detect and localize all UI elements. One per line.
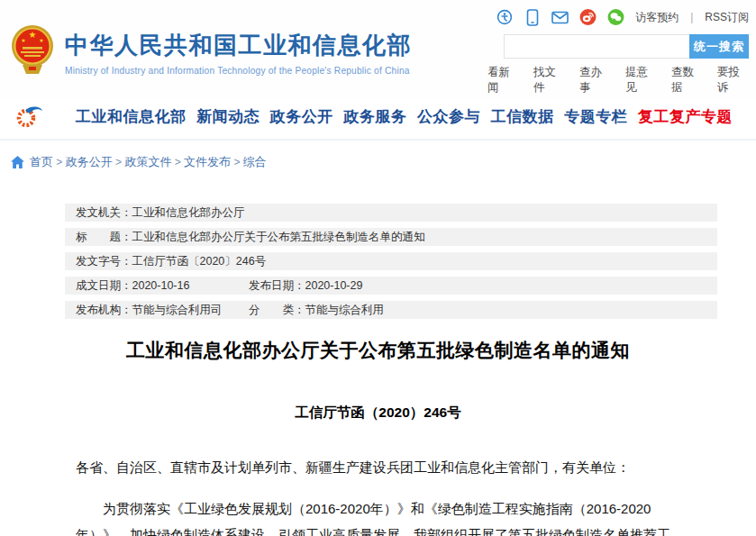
meta-cell: 发布日期：2020-10-29: [249, 277, 362, 295]
nav-item-participation[interactable]: 公众参与: [417, 106, 480, 127]
national-emblem-icon: ★ ★ ★: [9, 23, 56, 80]
breadcrumb-file-release[interactable]: 文件发布: [184, 155, 231, 168]
meta-cell: 发文字号：工信厅节函〔2020〕246号: [76, 252, 266, 270]
meta-value: 工信厅节函〔2020〕246号: [132, 252, 267, 270]
meta-value: 工业和信息化部办公厅: [132, 204, 245, 222]
paragraph-text: 为贯彻落实《工业绿色发展规划（2016-2020年）》和《绿色制造工程实施指南（…: [76, 501, 684, 536]
nav-items: 工业和信息化部新闻动态政务公开政务服务公众参与工信数据专题专栏复工复产专题: [45, 106, 733, 127]
document-meta-table: 发文机关：工业和信息化部办公厅标 题：工业和信息化部办公厅关于公布第五批绿色制造…: [65, 204, 717, 319]
meta-label: 分 类：: [249, 301, 305, 319]
article-title: 工业和信息化部办公厅关于公布第五批绿色制造名单的通知: [0, 338, 756, 363]
search-input[interactable]: [504, 34, 689, 59]
breadcrumb-separator: >: [53, 156, 66, 168]
svg-text:★: ★: [21, 38, 25, 43]
header-links-divider: |: [690, 11, 693, 23]
meta-value: 节能与综合利用: [305, 301, 385, 319]
nav-item-resume-work[interactable]: 复工复产专题: [638, 106, 733, 127]
meta-cell: 标 题：工业和信息化部办公厅关于公布第五批绿色制造名单的通知: [76, 228, 425, 246]
meta-cell: 分 类：节能与综合利用: [249, 301, 384, 319]
header-tools: 访客预约 | RSS订阅 统一搜索 看新闻找文件查办事提意见查数据要投诉: [487, 6, 749, 95]
breadcrumb-policy-files[interactable]: 政策文件: [124, 155, 171, 168]
meta-row: 标 题：工业和信息化部办公厅关于公布第五批绿色制造名单的通知: [65, 228, 717, 246]
meta-value: 2020-10-16: [132, 277, 190, 295]
quick-link-news[interactable]: 看新闻: [487, 65, 519, 95]
meta-label: 标 题：: [76, 228, 132, 246]
meta-row: 发文机关：工业和信息化部办公厅: [65, 204, 717, 222]
search-button[interactable]: 统一搜索: [689, 34, 749, 59]
article-salutation: 各省、自治区、直辖市及计划单列市、新疆生产建设兵团工业和信息化主管部门，有关单位…: [76, 454, 693, 480]
quick-link-suggest[interactable]: 提意见: [625, 65, 657, 95]
quick-link-data[interactable]: 查数据: [671, 65, 703, 95]
meta-cell: 发布机构：节能与综合利用司: [76, 301, 249, 319]
site-header: ★ ★ ★ 中华人民共和国工业和信息化部 Ministry of Industr…: [0, 0, 756, 99]
meta-cell: 成文日期：2020-10-16: [76, 277, 249, 295]
site-subtitle: Ministry of Industry and Information Tec…: [65, 66, 412, 76]
nav-item-topics[interactable]: 专题专栏: [564, 106, 627, 127]
meta-label: 成文日期：: [76, 277, 132, 295]
meta-label: 发文字号：: [76, 252, 132, 270]
meta-row: 发布机构：节能与综合利用司分 类：节能与综合利用: [65, 301, 717, 319]
mobile-icon[interactable]: [524, 9, 541, 26]
home-icon: [11, 156, 24, 168]
breadcrumb-separator: >: [171, 156, 184, 168]
visitor-booking-link[interactable]: 访客预约: [635, 10, 679, 25]
nav-item-gov-open[interactable]: 政务公开: [270, 106, 333, 127]
breadcrumb-general[interactable]: 综合: [243, 155, 267, 168]
meta-cell: 发文机关：工业和信息化部办公厅: [76, 204, 245, 222]
meta-label: 发文机关：: [76, 204, 132, 222]
breadcrumb-links: 首页 > 政务公开 > 政策文件 > 文件发布 > 综合: [30, 154, 267, 170]
quick-link-files[interactable]: 找文件: [533, 65, 565, 95]
svg-text:★: ★: [29, 30, 37, 40]
meta-value: 2020-10-29: [305, 277, 363, 295]
weibo-icon[interactable]: [579, 9, 597, 26]
article-paragraph: 为贯彻落实《工业绿色发展规划（2016-2020年）》和《绿色制造工程实施指南（…: [76, 495, 693, 536]
breadcrumb-gov-open[interactable]: 政务公开: [66, 155, 113, 168]
nav-item-news[interactable]: 新闻动态: [196, 106, 260, 127]
meta-value: 工业和信息化部办公厅关于公布第五批绿色制造名单的通知: [132, 228, 425, 246]
svg-text:★: ★: [39, 38, 43, 43]
miit-gear-logo-icon: [14, 103, 45, 130]
search-bar: 统一搜索: [504, 34, 749, 59]
meta-row: 发文字号：工信厅节函〔2020〕246号: [65, 252, 717, 270]
meta-label: 发布机构：: [76, 301, 132, 319]
breadcrumb-separator: >: [113, 156, 125, 168]
meta-label: 发布日期：: [249, 277, 305, 295]
meta-value: 节能与综合利用司: [132, 301, 223, 319]
nav-item-gov-service[interactable]: 政务服务: [343, 106, 406, 127]
meta-row: 成文日期：2020-10-16发布日期：2020-10-29: [65, 277, 717, 295]
document-number: 工信厅节函（2020）246号: [0, 404, 756, 422]
breadcrumb: 首页 > 政务公开 > 政策文件 > 文件发布 > 综合: [11, 154, 756, 170]
wechat-icon[interactable]: [607, 9, 624, 26]
rss-link[interactable]: RSS订阅: [705, 10, 749, 25]
quick-link-affairs[interactable]: 查办事: [579, 65, 611, 95]
site-title: 中华人民共和国工业和信息化部: [65, 30, 412, 61]
accessibility-icon[interactable]: [496, 9, 513, 26]
quick-links: 看新闻找文件查办事提意见查数据要投诉: [487, 65, 749, 95]
breadcrumb-home[interactable]: 首页: [30, 155, 53, 168]
breadcrumb-separator: >: [231, 156, 243, 168]
quick-link-complaint[interactable]: 要投诉: [717, 65, 749, 95]
nav-item-miit[interactable]: 工业和信息化部: [76, 106, 187, 127]
nav-item-miit-data[interactable]: 工信数据: [491, 106, 554, 127]
site-brand: ★ ★ ★ 中华人民共和国工业和信息化部 Ministry of Industr…: [9, 6, 412, 95]
mail-icon[interactable]: [551, 9, 569, 26]
main-nav: 工业和信息化部新闻动态政务公开政务服务公众参与工信数据专题专栏复工复产专题: [0, 99, 756, 141]
